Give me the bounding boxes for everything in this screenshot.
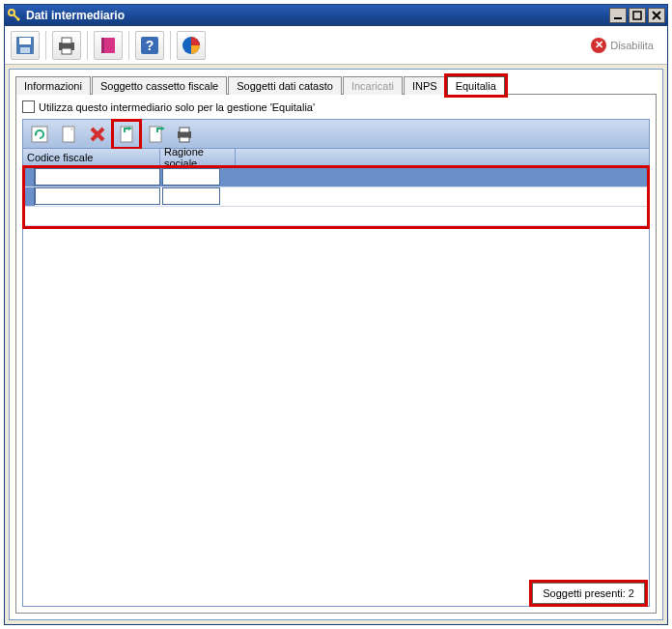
svg-line-2 <box>17 18 19 20</box>
svg-rect-11 <box>62 38 71 43</box>
refresh-button[interactable] <box>27 122 52 147</box>
import-button[interactable] <box>114 122 139 147</box>
svg-rect-9 <box>20 47 30 53</box>
table-header: Codice fiscale Ragione sociale <box>23 149 649 166</box>
window-title: Dati intermediario <box>26 9 609 22</box>
export-button[interactable] <box>143 122 168 147</box>
tab-informazioni[interactable]: Informazioni <box>15 76 91 95</box>
separator <box>128 31 129 60</box>
inner-panel: Codice fiscale Ragione sociale <box>22 119 650 607</box>
grid-row[interactable] <box>25 168 647 187</box>
cell-codice-fiscale[interactable] <box>35 187 160 205</box>
disable-icon: ✕ <box>591 38 606 53</box>
inner-toolbar <box>23 120 649 149</box>
tab-equitalia[interactable]: Equitalia <box>447 76 505 95</box>
tab-strip: Informazioni Soggetto cassetto fiscale S… <box>15 75 657 94</box>
svg-rect-18 <box>32 127 47 142</box>
main-toolbar: ? ✕ Disabilita <box>5 26 667 65</box>
tab-soggetto-cassetto[interactable]: Soggetto cassetto fiscale <box>92 76 227 95</box>
col-codice-fiscale[interactable]: Codice fiscale <box>23 149 160 165</box>
separator <box>45 31 46 60</box>
body-area: Informazioni Soggetto cassetto fiscale S… <box>9 69 663 620</box>
print-list-button[interactable] <box>172 122 197 147</box>
grid-empty-area <box>23 228 649 579</box>
key-icon <box>7 8 22 23</box>
count-box: Soggetti presenti: 2 <box>532 583 645 604</box>
grid-rows-highlight <box>25 168 647 226</box>
book-button[interactable] <box>94 31 123 60</box>
grid-row[interactable] <box>25 187 647 207</box>
window-frame: Dati intermediario ? <box>4 4 668 625</box>
title-bar: Dati intermediario <box>5 5 667 26</box>
chart-button[interactable] <box>177 31 206 60</box>
cell-ragione-sociale[interactable] <box>162 168 220 186</box>
tab-incaricati[interactable]: Incaricati <box>343 76 403 95</box>
print-button[interactable] <box>52 31 81 60</box>
checkbox-row[interactable]: Utilizza questo intermediario solo per l… <box>22 100 650 113</box>
close-button[interactable] <box>648 8 665 23</box>
minimize-button[interactable] <box>609 8 627 23</box>
row-handle[interactable] <box>25 187 35 206</box>
col-ragione-sociale[interactable]: Ragione sociale <box>160 149 236 165</box>
svg-text:?: ? <box>146 38 154 53</box>
maximize-button[interactable] <box>629 8 646 23</box>
row-handle[interactable] <box>25 168 35 186</box>
cell-ragione-sociale[interactable] <box>162 187 220 205</box>
cell-codice-fiscale[interactable] <box>35 168 160 186</box>
grid-row-blank[interactable] <box>25 207 647 226</box>
separator <box>170 31 171 60</box>
checkbox-label: Utilizza questo intermediario solo per l… <box>39 101 315 113</box>
checkbox-equitalia-only[interactable] <box>22 100 35 113</box>
save-button[interactable] <box>11 31 40 60</box>
separator <box>87 31 88 60</box>
footer-row: Soggetti presenti: 2 <box>23 579 649 606</box>
help-button[interactable]: ? <box>135 31 164 60</box>
tab-soggetti-catasto[interactable]: Soggetti dati catasto <box>228 76 342 95</box>
svg-rect-29 <box>180 128 189 132</box>
window-controls <box>609 8 665 23</box>
svg-marker-27 <box>161 127 165 130</box>
tab-panel: Utilizza questo intermediario solo per l… <box>15 94 657 614</box>
new-button[interactable] <box>56 122 81 147</box>
svg-rect-12 <box>62 48 71 54</box>
svg-rect-4 <box>633 12 641 19</box>
disable-control[interactable]: ✕ Disabilita <box>591 38 661 53</box>
tab-inps[interactable]: INPS <box>404 76 446 95</box>
svg-rect-14 <box>101 38 104 53</box>
svg-rect-30 <box>180 137 189 142</box>
delete-button[interactable] <box>85 122 110 147</box>
grid-body <box>23 166 649 228</box>
svg-rect-8 <box>19 38 31 44</box>
disable-label: Disabilita <box>610 40 654 51</box>
